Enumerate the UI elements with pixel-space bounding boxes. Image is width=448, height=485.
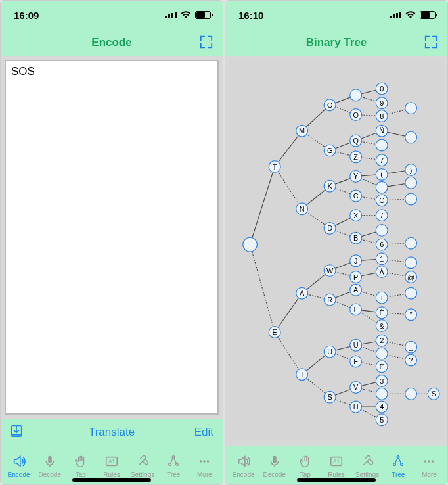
tree-node-,[interactable]: , <box>405 131 417 143</box>
tab-settings[interactable]: Settings <box>352 454 383 478</box>
tree-node-0[interactable]: 0 <box>376 83 388 95</box>
tree-node-blank[interactable] <box>350 89 362 101</box>
tree-node-Ü[interactable]: Ü <box>350 339 362 351</box>
tree-node-?[interactable]: ? <box>405 354 417 366</box>
download-icon[interactable] <box>10 424 23 442</box>
tree-node-K[interactable]: K <box>324 180 336 192</box>
tab-encode[interactable]: Encode <box>3 454 34 478</box>
tab-rules[interactable]: A1Rules <box>96 454 127 478</box>
tree-node-![interactable]: ! <box>405 177 417 189</box>
tree-node-Ñ[interactable]: Ñ <box>376 125 388 137</box>
tree-node-B[interactable]: B <box>350 232 362 244</box>
tree-node-V[interactable]: V <box>350 382 362 394</box>
tree-node-X[interactable]: X <box>350 210 362 221</box>
tree-node-$[interactable]: $ <box>428 388 439 400</box>
tree-node-_[interactable]: _ <box>405 341 417 353</box>
tree-node-5[interactable]: 5 <box>376 414 388 426</box>
tree-node-D[interactable]: D <box>324 223 336 235</box>
tree-node-Ä[interactable]: Ä <box>350 284 362 296</box>
tab-tree[interactable]: Tree <box>158 454 189 478</box>
svg-point-177 <box>376 388 388 400</box>
tab-more[interactable]: More <box>189 454 220 478</box>
tools-icon <box>360 454 374 470</box>
tab-decode[interactable]: Decode <box>259 454 290 478</box>
tree-node-N[interactable]: N <box>296 203 308 215</box>
tree-node-+[interactable]: + <box>376 292 388 304</box>
tree-node-F[interactable]: F <box>350 356 362 367</box>
tree-node-3[interactable]: 3 <box>376 375 388 387</box>
tree-node-)[interactable]: ) <box>405 164 417 176</box>
tree-node-À[interactable]: À <box>376 266 388 278</box>
tree-node-I[interactable]: I <box>296 369 308 381</box>
tree-node-A[interactable]: A <box>296 287 308 299</box>
tree-node-blank[interactable] <box>376 139 388 151</box>
tree-node-É[interactable]: É <box>376 361 388 373</box>
tree-node-:[interactable]: : <box>405 103 417 114</box>
tree-node-@[interactable]: @ <box>405 271 417 283</box>
tree-node-È[interactable]: È <box>376 307 388 319</box>
edit-button[interactable]: Edit <box>194 426 213 439</box>
tree-content[interactable]: TEMNOGKDÖQZYCXB098Ñ7(Ç/=6AIWRUSJPÄLÜFVH1… <box>225 56 447 446</box>
tree-node-1[interactable]: 1 <box>376 253 388 265</box>
tab-encode[interactable]: Encode <box>228 454 259 478</box>
tree-node-&[interactable]: & <box>376 320 388 332</box>
tree-node-.[interactable]: . <box>405 287 417 299</box>
tree-node-R[interactable]: R <box>324 294 336 306</box>
tree-node-blank[interactable] <box>405 388 417 400</box>
svg-text:É: É <box>380 363 384 371</box>
tree-node--[interactable]: - <box>405 237 417 249</box>
tree-node-blank[interactable] <box>243 237 258 252</box>
tab-rules[interactable]: A1Rules <box>321 454 351 478</box>
tree-node-4[interactable]: 4 <box>376 401 388 413</box>
tree-node-Ö[interactable]: Ö <box>350 109 362 121</box>
tree-node-=[interactable]: = <box>376 224 388 236</box>
tree-node-Y[interactable]: Y <box>350 171 362 183</box>
tree-node-9[interactable]: 9 <box>376 97 388 109</box>
tree-node-W[interactable]: W <box>324 265 336 277</box>
translate-button[interactable]: Translate <box>1 426 223 439</box>
tree-node-J[interactable]: J <box>350 255 362 267</box>
status-right <box>390 11 436 19</box>
tree-node-blank[interactable] <box>376 348 388 359</box>
tree-node-blank[interactable] <box>376 388 388 400</box>
svg-line-38 <box>275 293 302 332</box>
tab-settings[interactable]: Settings <box>127 454 158 478</box>
tab-tap[interactable]: Tap <box>290 454 321 478</box>
mic-icon <box>267 454 282 470</box>
tree-node-G[interactable]: G <box>324 145 336 156</box>
tree-node-E[interactable]: E <box>269 327 280 338</box>
tab-decode[interactable]: Decode <box>34 454 65 478</box>
tree-node-blank[interactable] <box>376 181 388 193</box>
tree-node-7[interactable]: 7 <box>376 154 388 166</box>
input-text[interactable]: SOS <box>5 60 219 415</box>
tree-node-T[interactable]: T <box>269 161 280 173</box>
tree-node-L[interactable]: L <box>350 304 362 315</box>
tree-node-2[interactable]: 2 <box>376 335 388 346</box>
tab-tap[interactable]: Tap <box>65 454 96 478</box>
expand-icon[interactable] <box>424 35 438 49</box>
tab-more[interactable]: More <box>414 454 445 478</box>
svg-text:R: R <box>327 296 332 304</box>
tree-node-([interactable]: ( <box>376 169 388 181</box>
tree-node-S[interactable]: S <box>324 391 336 403</box>
tree-node-"[interactable]: " <box>405 309 417 321</box>
tree-node-;[interactable]: ; <box>405 193 417 205</box>
tree-node-Z[interactable]: Z <box>350 151 362 163</box>
action-row: Translate Edit <box>1 419 223 446</box>
tab-label: More <box>197 471 212 478</box>
tree-node-6[interactable]: 6 <box>376 239 388 250</box>
tree-node-H[interactable]: H <box>350 401 362 413</box>
tree-node-P[interactable]: P <box>350 271 362 283</box>
expand-icon[interactable] <box>199 35 213 49</box>
tree-node-M[interactable]: M <box>296 125 308 137</box>
tree-node-Ç[interactable]: Ç <box>376 195 388 206</box>
tree-node-O[interactable]: O <box>324 99 336 111</box>
tree-node-'[interactable]: ' <box>405 257 417 269</box>
tree-node-U[interactable]: U <box>324 346 336 358</box>
tree-node-8[interactable]: 8 <box>376 110 388 122</box>
svg-text:Ç: Ç <box>379 196 384 204</box>
tree-node-C[interactable]: C <box>350 190 362 202</box>
tab-tree[interactable]: Tree <box>383 454 414 478</box>
tree-node-/[interactable]: / <box>376 210 388 221</box>
tree-node-Q[interactable]: Q <box>350 135 362 147</box>
